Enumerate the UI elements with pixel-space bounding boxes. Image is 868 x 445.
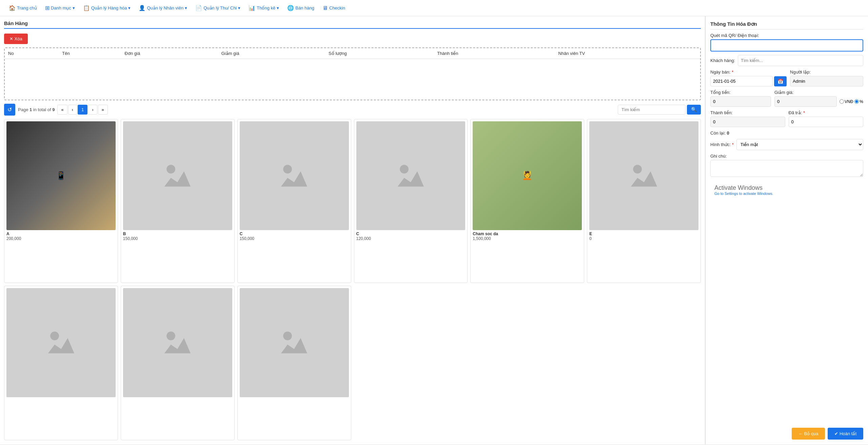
product-image: [123, 121, 232, 230]
svg-point-7: [633, 165, 642, 174]
svg-rect-12: [272, 321, 316, 364]
product-card[interactable]: 💆Cham soc da1,500,000: [470, 119, 584, 283]
product-card[interactable]: C120,000: [354, 119, 468, 283]
svg-point-5: [400, 165, 409, 174]
qr-input[interactable]: [710, 39, 863, 52]
table-col-header: Thành tiền: [434, 48, 555, 59]
page-last-btn[interactable]: »: [98, 105, 108, 115]
main-layout: Bán Hàng ✕ Xóa NoTênĐơn giáGiảm giáSố lư…: [0, 16, 868, 444]
vnd-radio[interactable]: [840, 99, 844, 104]
product-name: E: [589, 231, 698, 236]
product-name: Cham soc da: [473, 231, 582, 236]
tong-tien-label: Tổng tiền:: [710, 90, 771, 95]
nav-trang-chu-label: Trang chủ: [17, 5, 37, 11]
tong-tien-row: Tổng tiền:: [710, 90, 771, 107]
nguoi-lap-row: Người lập:: [790, 69, 863, 86]
hinh-thuc-select[interactable]: Tiền mặt Thẻ Chuyển khoản: [736, 139, 863, 150]
table-col-header: Tên: [59, 48, 121, 59]
page-next-btn[interactable]: ›: [88, 105, 97, 115]
nav-hang-hoa[interactable]: 📋 Quản lý Hàng hóa ▾: [80, 3, 134, 13]
product-name: B: [123, 231, 232, 236]
percent-radio-label[interactable]: %: [854, 99, 863, 104]
product-card[interactable]: [4, 286, 118, 440]
tong-giam-row: Tổng tiền: Giảm giá: VNĐ %: [710, 90, 863, 107]
svg-point-9: [50, 331, 59, 340]
hinh-thuc-label: Hình thức: *: [710, 142, 734, 147]
product-price: 150,000: [240, 236, 349, 241]
product-name: C: [240, 231, 349, 236]
nav-thong-ke[interactable]: 📊 Thống kê ▾: [245, 3, 282, 13]
bo-qua-button[interactable]: ← Bỏ qua: [792, 428, 825, 440]
nav-thu-chi[interactable]: 📄 Quản lý Thu/ Chi ▾: [192, 3, 244, 13]
customer-row: Khách hàng:: [710, 55, 863, 66]
product-image: 💆: [473, 121, 582, 230]
product-card[interactable]: E0: [587, 119, 701, 283]
right-panel: Thông Tin Hóa Đơn Quét mã QR/ Điện thoại…: [705, 16, 868, 444]
product-card[interactable]: B150,000: [121, 119, 235, 283]
da-tra-input[interactable]: [789, 117, 864, 127]
giam-gia-label: Giảm giá:: [774, 90, 863, 95]
pagination-area: ↺ Page 1 in total of 9 « ‹ 1 › » 🔍: [4, 104, 701, 116]
nav-ban-hang[interactable]: 🌐 Bán hàng: [284, 3, 318, 13]
product-card[interactable]: [237, 286, 351, 440]
discount-row: VNĐ %: [774, 96, 863, 107]
product-image: [240, 121, 349, 230]
giam-gia-input[interactable]: [774, 96, 837, 107]
chevron-down-icon4: ▾: [238, 5, 240, 11]
product-card[interactable]: [121, 286, 235, 440]
nguoi-lap-input: [790, 76, 863, 86]
search-button[interactable]: 🔍: [687, 105, 701, 115]
refresh-button[interactable]: ↺: [4, 104, 15, 116]
da-tra-label: Đã trả: *: [789, 110, 864, 115]
nav-trang-chu[interactable]: 🏠 Trang chủ: [5, 3, 40, 13]
clipboard-icon: 📋: [83, 5, 90, 11]
table-col-header: No: [5, 48, 59, 59]
nav-thu-chi-label: Quản lý Thu/ Chi: [203, 5, 237, 11]
svg-rect-0: [156, 154, 199, 198]
nav-ban-hang-label: Bán hàng: [295, 5, 314, 11]
percent-radio[interactable]: [854, 99, 859, 104]
date-input[interactable]: [710, 76, 773, 86]
nav-nhan-vien[interactable]: 👤 Quản lý Nhân viên ▾: [135, 3, 191, 13]
page-prev-btn[interactable]: ‹: [68, 105, 77, 115]
con-lai-value: 0: [727, 130, 729, 136]
chart-icon: 📊: [249, 5, 255, 11]
customer-search-input[interactable]: [738, 55, 863, 66]
doc-icon: 📄: [195, 5, 202, 11]
home-icon: 🏠: [9, 5, 16, 11]
da-tra-row: Đã trả: *: [789, 110, 864, 127]
product-search-input[interactable]: [618, 105, 686, 115]
nav-checkin[interactable]: 🖥 Checkin: [319, 3, 349, 13]
product-card[interactable]: C150,000: [237, 119, 351, 283]
product-image: [356, 121, 466, 230]
nguoi-lap-label: Người lập:: [790, 69, 863, 75]
nav-checkin-label: Checkin: [329, 5, 345, 11]
page-1-btn[interactable]: 1: [78, 105, 87, 115]
con-lai-row: Còn lại: 0: [710, 130, 863, 136]
ghi-chu-input[interactable]: [710, 160, 863, 177]
product-name: A: [6, 231, 116, 236]
date-input-row: 📅: [710, 76, 787, 86]
chevron-down-icon: ▾: [73, 5, 75, 11]
table-col-header: Đơn giá: [121, 48, 218, 59]
product-price: 200,000: [6, 236, 116, 241]
xoa-button[interactable]: ✕ Xóa: [4, 34, 28, 44]
svg-rect-10: [156, 321, 199, 364]
bottom-buttons: ← Bỏ qua ✔ Hoàn tất: [710, 425, 863, 440]
svg-rect-6: [622, 154, 666, 198]
table-col-header: Nhân viên TV: [555, 48, 700, 59]
calendar-button[interactable]: 📅: [774, 76, 787, 86]
product-price: 120,000: [356, 236, 466, 241]
page-first-btn[interactable]: «: [57, 105, 67, 115]
svg-rect-8: [39, 321, 83, 364]
nav-danh-muc[interactable]: ⊞ Danh mục ▾: [42, 3, 78, 13]
vnd-radio-label[interactable]: VNĐ: [840, 99, 853, 104]
nav-nhan-vien-label: Quản lý Nhân viên: [147, 5, 183, 11]
qr-label: Quét mã QR/ Điện thoại:: [710, 33, 863, 38]
invoice-title: Thông Tin Hóa Đơn: [710, 21, 863, 29]
pagination-btns: « ‹ 1 › »: [57, 105, 107, 115]
product-card[interactable]: 📱A200,000: [4, 119, 118, 283]
tong-tien-input: [710, 96, 771, 107]
left-section-title: Bán Hàng: [4, 20, 701, 29]
hoan-tat-button[interactable]: ✔ Hoàn tất: [828, 428, 863, 440]
